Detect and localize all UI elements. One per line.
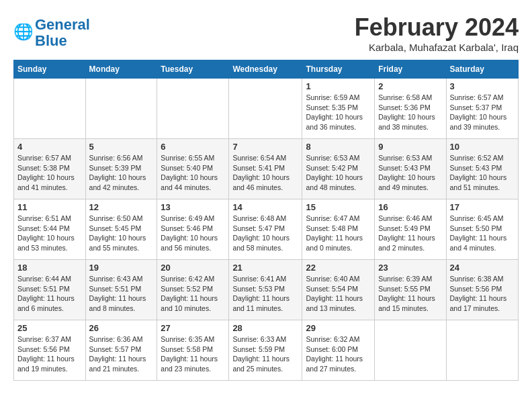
day-number: 3	[450, 81, 515, 91]
weekday-header-friday: Friday	[375, 60, 446, 79]
calendar-day-cell	[229, 79, 302, 139]
day-number: 24	[450, 263, 515, 273]
day-number: 2	[378, 81, 442, 91]
day-number: 15	[306, 202, 371, 212]
day-info: Sunrise: 6:56 AMSunset: 5:39 PMDaylight:…	[89, 153, 154, 193]
day-number: 20	[161, 263, 225, 273]
calendar-day-cell: 9Sunrise: 6:53 AMSunset: 5:43 PMDaylight…	[375, 139, 446, 199]
calendar-day-cell: 17Sunrise: 6:45 AMSunset: 5:50 PMDayligh…	[446, 199, 519, 260]
month-title: February 2024	[355, 13, 519, 42]
location-title: Karbala, Muhafazat Karbala', Iraq	[355, 42, 519, 53]
day-number: 16	[378, 202, 442, 212]
calendar-day-cell	[446, 320, 519, 381]
day-info: Sunrise: 6:57 AMSunset: 5:37 PMDaylight:…	[450, 93, 515, 132]
day-number: 19	[89, 263, 154, 273]
calendar-day-cell: 7Sunrise: 6:54 AMSunset: 5:41 PMDaylight…	[229, 139, 302, 199]
calendar-day-cell: 20Sunrise: 6:42 AMSunset: 5:52 PMDayligh…	[157, 260, 229, 320]
calendar-day-cell: 1Sunrise: 6:59 AMSunset: 5:35 PMDaylight…	[302, 79, 375, 139]
day-info: Sunrise: 6:39 AMSunset: 5:55 PMDaylight:…	[378, 274, 442, 314]
day-info: Sunrise: 6:47 AMSunset: 5:48 PMDaylight:…	[306, 214, 371, 253]
calendar-week-row: 18Sunrise: 6:44 AMSunset: 5:51 PMDayligh…	[14, 260, 519, 320]
day-info: Sunrise: 6:41 AMSunset: 5:53 PMDaylight:…	[232, 274, 298, 314]
day-number: 4	[17, 142, 82, 152]
day-info: Sunrise: 6:53 AMSunset: 5:42 PMDaylight:…	[306, 153, 371, 193]
weekday-header-sunday: Sunday	[14, 60, 86, 79]
logo-icon: 🌐	[13, 24, 32, 42]
day-number: 11	[17, 202, 82, 212]
calendar-day-cell: 15Sunrise: 6:47 AMSunset: 5:48 PMDayligh…	[302, 199, 375, 260]
calendar-day-cell: 18Sunrise: 6:44 AMSunset: 5:51 PMDayligh…	[14, 260, 86, 320]
day-number: 27	[161, 323, 225, 333]
weekday-header-row: SundayMondayTuesdayWednesdayThursdayFrid…	[14, 60, 519, 79]
calendar-day-cell: 8Sunrise: 6:53 AMSunset: 5:42 PMDaylight…	[302, 139, 375, 199]
calendar-day-cell: 12Sunrise: 6:50 AMSunset: 5:45 PMDayligh…	[85, 199, 157, 260]
logo: 🌐 General Blue	[13, 17, 90, 49]
day-number: 10	[450, 142, 515, 152]
day-info: Sunrise: 6:54 AMSunset: 5:41 PMDaylight:…	[232, 153, 298, 193]
svg-text:🌐: 🌐	[13, 24, 32, 41]
calendar-day-cell: 25Sunrise: 6:37 AMSunset: 5:56 PMDayligh…	[14, 320, 86, 381]
day-number: 8	[306, 142, 371, 152]
day-number: 14	[232, 202, 298, 212]
day-number: 5	[89, 142, 154, 152]
day-number: 21	[232, 263, 298, 273]
day-number: 1	[306, 81, 371, 91]
calendar-day-cell: 24Sunrise: 6:38 AMSunset: 5:56 PMDayligh…	[446, 260, 519, 320]
day-number: 6	[161, 142, 225, 152]
calendar-day-cell: 21Sunrise: 6:41 AMSunset: 5:53 PMDayligh…	[229, 260, 302, 320]
calendar-day-cell	[85, 79, 157, 139]
calendar-day-cell: 23Sunrise: 6:39 AMSunset: 5:55 PMDayligh…	[375, 260, 446, 320]
day-info: Sunrise: 6:36 AMSunset: 5:57 PMDaylight:…	[89, 334, 154, 374]
day-info: Sunrise: 6:57 AMSunset: 5:38 PMDaylight:…	[17, 153, 82, 193]
calendar-table: SundayMondayTuesdayWednesdayThursdayFrid…	[13, 60, 519, 381]
page-header: 🌐 General Blue February 2024 Karbala, Mu…	[13, 13, 519, 53]
calendar-week-row: 1Sunrise: 6:59 AMSunset: 5:35 PMDaylight…	[14, 79, 519, 139]
weekday-header-monday: Monday	[85, 60, 157, 79]
calendar-day-cell: 27Sunrise: 6:35 AMSunset: 5:58 PMDayligh…	[157, 320, 229, 381]
day-info: Sunrise: 6:53 AMSunset: 5:43 PMDaylight:…	[378, 153, 442, 193]
weekday-header-tuesday: Tuesday	[157, 60, 229, 79]
day-number: 17	[450, 202, 515, 212]
day-info: Sunrise: 6:35 AMSunset: 5:58 PMDaylight:…	[161, 334, 225, 374]
day-info: Sunrise: 6:59 AMSunset: 5:35 PMDaylight:…	[306, 93, 371, 132]
calendar-day-cell: 10Sunrise: 6:52 AMSunset: 5:43 PMDayligh…	[446, 139, 519, 199]
day-info: Sunrise: 6:32 AMSunset: 6:00 PMDaylight:…	[306, 334, 371, 374]
calendar-week-row: 4Sunrise: 6:57 AMSunset: 5:38 PMDaylight…	[14, 139, 519, 199]
calendar-day-cell	[14, 79, 86, 139]
day-number: 23	[378, 263, 442, 273]
day-info: Sunrise: 6:51 AMSunset: 5:44 PMDaylight:…	[17, 214, 82, 253]
calendar-day-cell: 28Sunrise: 6:33 AMSunset: 5:59 PMDayligh…	[229, 320, 302, 381]
day-info: Sunrise: 6:44 AMSunset: 5:51 PMDaylight:…	[17, 274, 82, 314]
calendar-day-cell: 19Sunrise: 6:43 AMSunset: 5:51 PMDayligh…	[85, 260, 157, 320]
weekday-header-saturday: Saturday	[446, 60, 519, 79]
day-info: Sunrise: 6:40 AMSunset: 5:54 PMDaylight:…	[306, 274, 371, 314]
calendar-week-row: 11Sunrise: 6:51 AMSunset: 5:44 PMDayligh…	[14, 199, 519, 260]
calendar-day-cell	[157, 79, 229, 139]
day-number: 13	[161, 202, 225, 212]
day-info: Sunrise: 6:33 AMSunset: 5:59 PMDaylight:…	[232, 334, 298, 374]
day-info: Sunrise: 6:58 AMSunset: 5:36 PMDaylight:…	[378, 93, 442, 132]
title-area: February 2024 Karbala, Muhafazat Karbala…	[355, 13, 519, 53]
day-info: Sunrise: 6:55 AMSunset: 5:40 PMDaylight:…	[161, 153, 225, 193]
day-info: Sunrise: 6:42 AMSunset: 5:52 PMDaylight:…	[161, 274, 225, 314]
calendar-day-cell: 26Sunrise: 6:36 AMSunset: 5:57 PMDayligh…	[85, 320, 157, 381]
calendar-day-cell: 13Sunrise: 6:49 AMSunset: 5:46 PMDayligh…	[157, 199, 229, 260]
day-number: 18	[17, 263, 82, 273]
day-number: 9	[378, 142, 442, 152]
calendar-day-cell: 5Sunrise: 6:56 AMSunset: 5:39 PMDaylight…	[85, 139, 157, 199]
calendar-day-cell: 16Sunrise: 6:46 AMSunset: 5:49 PMDayligh…	[375, 199, 446, 260]
day-number: 26	[89, 323, 154, 333]
calendar-day-cell: 29Sunrise: 6:32 AMSunset: 6:00 PMDayligh…	[302, 320, 375, 381]
day-info: Sunrise: 6:45 AMSunset: 5:50 PMDaylight:…	[450, 214, 515, 253]
day-number: 12	[89, 202, 154, 212]
calendar-day-cell: 22Sunrise: 6:40 AMSunset: 5:54 PMDayligh…	[302, 260, 375, 320]
day-info: Sunrise: 6:37 AMSunset: 5:56 PMDaylight:…	[17, 334, 82, 374]
day-number: 25	[17, 323, 82, 333]
calendar-day-cell: 3Sunrise: 6:57 AMSunset: 5:37 PMDaylight…	[446, 79, 519, 139]
day-number: 29	[306, 323, 371, 333]
day-info: Sunrise: 6:49 AMSunset: 5:46 PMDaylight:…	[161, 214, 225, 253]
day-info: Sunrise: 6:43 AMSunset: 5:51 PMDaylight:…	[89, 274, 154, 314]
day-info: Sunrise: 6:50 AMSunset: 5:45 PMDaylight:…	[89, 214, 154, 253]
logo-text: General Blue	[35, 17, 90, 49]
day-number: 28	[232, 323, 298, 333]
